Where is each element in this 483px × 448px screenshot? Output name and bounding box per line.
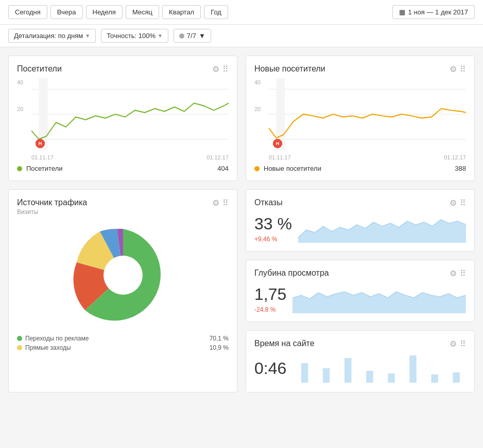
donut-chart <box>72 224 175 327</box>
depth-value: 1,75 <box>254 285 286 304</box>
bounces-sparkline <box>298 212 466 243</box>
depth-grid-icon[interactable]: ⠿ <box>460 268 466 278</box>
bounces-gear-icon[interactable]: ⚙ <box>450 198 457 208</box>
svg-rect-10 <box>323 368 330 383</box>
new-visitors-title: Новые посетители <box>254 64 325 74</box>
bounces-icons: ⚙ ⠿ <box>450 198 466 208</box>
segment-dot <box>179 33 184 39</box>
traffic-source-icons: ⚙ ⠿ <box>212 198 229 208</box>
new-visitors-header: Новые посетители ⚙ ⠿ <box>254 64 466 74</box>
depth-change: -24,8 % <box>254 306 286 313</box>
donut-chart-container <box>17 224 229 327</box>
visitors-legend: Посетители 404 <box>17 165 229 172</box>
legend-direct: Прямые заходы 10,9 % <box>17 344 229 351</box>
visitors-grid-icon[interactable]: ⠿ <box>222 64 229 74</box>
bounces-header: Отказы ⚙ ⠿ <box>254 198 466 208</box>
depth-sparkline <box>292 282 466 313</box>
new-visitors-count: 388 <box>455 165 466 172</box>
time-grid-icon[interactable]: ⠿ <box>460 339 466 349</box>
detalization-arrow: ▼ <box>85 33 90 39</box>
visitors-x-labels: 01.11.17 01.12.17 <box>17 154 229 160</box>
tab-year[interactable]: Год <box>204 5 228 19</box>
new-visitors-legend: Новые посетители 388 <box>254 165 466 172</box>
visitors-chart: 40 20 Н Н <box>17 78 229 150</box>
time-on-site-card: Время на сайте ⚙ ⠿ 0:46 <box>246 330 475 392</box>
time-icons: ⚙ ⠿ <box>450 339 466 349</box>
direct-label: Прямые заходы <box>25 344 71 351</box>
time-metric-row: 0:46 <box>254 353 466 384</box>
depth-title: Глубина просмотра <box>254 268 329 278</box>
svg-rect-15 <box>432 374 438 383</box>
depth-card: Глубина просмотра ⚙ ⠿ 1,75 -24,8 % <box>246 260 475 322</box>
segment-dropdown[interactable]: 7/7 ▼ <box>174 29 211 43</box>
visitors-legend-dot <box>17 166 22 171</box>
new-visitors-x-labels: 01.11.17 01.12.17 <box>254 154 466 160</box>
traffic-source-title: Источник трафика <box>17 198 87 207</box>
visitors-count: 404 <box>217 165 229 172</box>
right-column: Отказы ⚙ ⠿ 33 % +9,46 % <box>246 189 475 392</box>
direct-dot <box>17 345 22 350</box>
svg-rect-11 <box>344 358 351 383</box>
nv-y-label-20: 20 <box>254 106 261 112</box>
date-range-text: 1 ноя — 1 дек 2017 <box>408 8 468 16</box>
visitors-legend-label: Посетители <box>26 165 63 172</box>
visitors-card: Посетители ⚙ ⠿ 40 20 Н Н <box>8 56 237 181</box>
traffic-grid-icon[interactable]: ⠿ <box>222 198 229 208</box>
x-end: 01.12.17 <box>206 154 229 160</box>
depth-icons: ⚙ ⠿ <box>450 268 466 278</box>
new-visitors-chart: 40 20 Н Н <box>254 78 466 150</box>
bounces-change: +9,46 % <box>254 236 292 243</box>
ads-count: 70,1 % <box>210 335 229 342</box>
tab-today[interactable]: Сегодня <box>8 5 47 19</box>
depth-gear-icon[interactable]: ⚙ <box>450 268 457 278</box>
time-sparkline <box>292 353 466 384</box>
time-gear-icon[interactable]: ⚙ <box>450 339 457 349</box>
traffic-source-subtitle: Визиты <box>17 208 87 216</box>
bounces-value: 33 % <box>254 214 292 234</box>
segment-label: 7/7 <box>187 32 196 40</box>
nv-x-start: 01.11.17 <box>269 154 291 160</box>
ads-label: Переходы по рекламе <box>25 335 89 342</box>
new-visitors-grid-icon[interactable]: ⠿ <box>460 64 466 74</box>
visitors-header: Посетители ⚙ ⠿ <box>17 64 229 74</box>
accuracy-arrow: ▼ <box>158 33 163 39</box>
accuracy-dropdown[interactable]: Точность: 100% ▼ <box>101 29 168 43</box>
time-title: Время на сайте <box>254 339 315 348</box>
tab-week[interactable]: Неделя <box>86 5 123 19</box>
accuracy-label: Точность: 100% <box>107 32 156 40</box>
calendar-icon: ▦ <box>399 8 405 16</box>
new-visitors-gear-icon[interactable]: ⚙ <box>450 64 457 74</box>
new-visitors-legend-dot <box>254 166 260 171</box>
nv-x-end: 01.12.17 <box>444 154 466 160</box>
depth-header: Глубина просмотра ⚙ ⠿ <box>254 268 466 278</box>
time-header: Время на сайте ⚙ ⠿ <box>254 339 466 349</box>
detalization-dropdown[interactable]: Детализация: по дням ▼ <box>8 29 96 43</box>
bounces-title: Отказы <box>254 198 283 207</box>
new-visitors-icons: ⚙ ⠿ <box>450 64 466 74</box>
svg-rect-16 <box>453 372 460 383</box>
y-label-40: 40 <box>17 79 23 85</box>
y-label-20: 20 <box>17 106 23 112</box>
svg-rect-13 <box>388 373 394 383</box>
tab-yesterday[interactable]: Вчера <box>50 5 83 19</box>
traffic-source-card: Источник трафика Визиты ⚙ ⠿ <box>8 189 237 392</box>
date-range-button[interactable]: ▦ 1 ноя — 1 дек 2017 <box>392 5 475 19</box>
bounces-metric-row: 33 % +9,46 % <box>254 212 466 243</box>
visitors-icons: ⚙ ⠿ <box>212 64 229 74</box>
depth-metric-row: 1,75 -24,8 % <box>254 282 466 313</box>
svg-rect-14 <box>410 355 417 383</box>
detalization-label: Детализация: по дням <box>14 32 83 40</box>
traffic-gear-icon[interactable]: ⚙ <box>212 198 219 208</box>
visitors-gear-icon[interactable]: ⚙ <box>212 64 219 74</box>
direct-count: 10,9 % <box>210 344 229 351</box>
ads-dot <box>17 336 22 341</box>
segment-arrow: ▼ <box>199 32 205 40</box>
bounces-card: Отказы ⚙ ⠿ 33 % +9,46 % <box>246 189 475 252</box>
tab-month[interactable]: Месяц <box>126 5 159 19</box>
time-value: 0:46 <box>254 359 286 378</box>
new-visitors-legend-label: Новые посетители <box>264 165 321 172</box>
bounces-grid-icon[interactable]: ⠿ <box>460 198 466 208</box>
event-marker-2: Н <box>36 139 45 148</box>
nv-y-label-40: 40 <box>254 79 261 85</box>
tab-quarter[interactable]: Квартал <box>162 5 201 19</box>
